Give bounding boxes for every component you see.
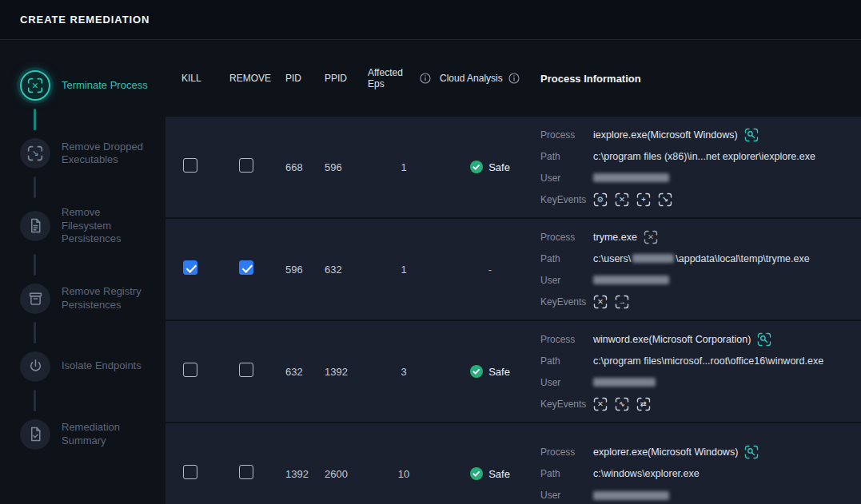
col-ppid: PPID	[325, 73, 368, 84]
remove-checkbox[interactable]	[239, 260, 253, 275]
process-label: Process	[540, 446, 593, 458]
col-affected-eps: Affected Eps	[368, 67, 440, 89]
affected-eps-value: 1	[368, 264, 440, 276]
table-row: 1392 2600 10 Safe Process explorer.exe(M…	[165, 423, 861, 504]
step-remove-registry-persistences[interactable]: Remove Registry Persistences	[20, 284, 165, 314]
keyevents-label: KeyEvents	[540, 296, 593, 308]
col-kill: KILL	[181, 73, 229, 84]
ppid-value: 632	[325, 264, 368, 276]
keyevent-process-export-icon[interactable]: ↘	[658, 192, 672, 207]
step-remove-filesystem-persistences[interactable]: Remove Filesystem Persistences	[20, 206, 165, 246]
redacted-user-value	[593, 173, 669, 182]
keyevent-process-add-icon[interactable]: +	[636, 192, 651, 207]
path-label: Path	[540, 151, 593, 162]
step-label-isolate-endpoints: Isolate Endpoints	[62, 359, 142, 373]
summary-document-icon	[28, 427, 43, 442]
keyevent-process-x-icon[interactable]: ✕	[615, 192, 629, 207]
step-remove-dropped-executables[interactable]: ↘ Remove Dropped Executables	[20, 138, 165, 169]
isolate-power-icon	[28, 359, 43, 374]
table-row: 668 596 1 Safe Process iexplore.exe(Micr…	[165, 117, 861, 217]
process-analysis-icon[interactable]	[744, 445, 759, 459]
step-terminate-process[interactable]: ✕ Terminate Process	[20, 70, 165, 101]
page-header: CREATE REMEDIATION	[0, 0, 861, 40]
stepper-connector	[34, 382, 165, 419]
process-name: iexplore.exe(Microsoft Windows)	[593, 129, 738, 141]
safe-check-icon	[470, 365, 483, 378]
ppid-value: 596	[325, 161, 368, 173]
safe-check-icon	[470, 467, 483, 480]
col-cloud-analysis: Cloud Analysis	[440, 73, 540, 84]
process-information: Process winword.exe(Microsoft Corporatio…	[540, 328, 861, 415]
cloud-analysis-info-icon[interactable]	[508, 73, 520, 84]
remove-checkbox[interactable]	[239, 465, 253, 479]
affected-eps-value: 3	[368, 366, 440, 378]
process-name: explorer.exe(Microsoft Windows)	[593, 446, 738, 458]
remove-checkbox[interactable]	[239, 363, 253, 377]
ppid-value: 1392	[325, 366, 368, 378]
process-information: Process iexplore.exe(Microsoft Windows) …	[540, 124, 861, 210]
kill-checkbox[interactable]	[183, 465, 197, 479]
keyevent-process-x-icon[interactable]: ✕	[593, 295, 608, 309]
path-label: Path	[540, 468, 593, 479]
cloud-analysis-status: Safe	[440, 161, 540, 173]
step-label-remove-filesystem-persistences: Remove Filesystem Persistences	[62, 206, 151, 246]
col-pid: PID	[285, 73, 325, 84]
user-label: User	[540, 275, 593, 286]
keyevents-label: KeyEvents	[540, 194, 593, 205]
path-label: Path	[540, 355, 593, 367]
affected-eps-value: 10	[368, 468, 440, 480]
user-label: User	[540, 377, 593, 388]
pid-value: 632	[285, 366, 325, 378]
step-remediation-summary[interactable]: Remediation Summary	[20, 419, 165, 450]
user-label: User	[540, 490, 593, 501]
process-analysis-icon[interactable]	[757, 332, 771, 347]
ppid-value: 2600	[325, 468, 368, 480]
stepper-connector	[34, 169, 165, 206]
affected-eps-info-icon[interactable]	[420, 73, 431, 84]
process-label: Process	[540, 232, 593, 243]
redacted-username	[632, 254, 674, 263]
path-value: c:\users\ \appdata\local\temp\tryme.exe	[593, 253, 810, 264]
step-isolate-endpoints[interactable]: Isolate Endpoints	[20, 351, 165, 382]
path-label: Path	[540, 253, 593, 264]
step-label-remove-registry-persistences: Remove Registry Persistences	[62, 285, 151, 312]
keyevent-process-gear-icon[interactable]: ⚙	[593, 192, 608, 207]
keyevent-process-pulse-icon[interactable]: ∿	[615, 397, 629, 411]
stepper-connector	[34, 101, 165, 138]
affected-eps-value: 1	[368, 161, 440, 173]
keyevent-swap-arrows-icon[interactable]: ⇄	[636, 397, 651, 411]
process-terminate-icon[interactable]: ✕	[644, 230, 658, 244]
path-value: c:\program files\microsof...root\office1…	[593, 355, 823, 367]
user-label: User	[540, 173, 593, 184]
process-information: Process explorer.exe(Microsoft Windows) …	[540, 442, 861, 504]
kill-checkbox[interactable]	[183, 158, 197, 173]
registry-drawer-icon	[28, 291, 43, 306]
process-name: winword.exe(Microsoft Corporation)	[593, 334, 751, 345]
redacted-user-value	[593, 276, 669, 284]
step-label-remove-dropped-executables: Remove Dropped Executables	[62, 141, 151, 167]
safe-check-icon	[470, 161, 483, 173]
keyevent-process-x-icon[interactable]: ✕	[593, 397, 608, 411]
step-label-terminate-process: Terminate Process	[62, 79, 148, 93]
pid-value: 1392	[285, 468, 325, 480]
cloud-analysis-status: Safe	[440, 365, 540, 378]
process-information: Process tryme.exe ✕ Path c:\users\	[540, 226, 861, 312]
col-remove: REMOVE	[229, 73, 285, 84]
process-analysis-icon[interactable]	[744, 128, 759, 142]
keyevent-process-transfer-icon[interactable]: →	[615, 295, 629, 309]
cloud-analysis-status: Safe	[440, 467, 540, 480]
process-name: tryme.exe	[593, 232, 637, 243]
terminate-process-icon: ✕	[27, 77, 43, 93]
cloud-analysis-status: -	[440, 264, 540, 276]
step-label-remediation-summary: Remediation Summary	[62, 421, 151, 447]
process-table: KILL REMOVE PID PPID Affected Eps Cloud …	[165, 40, 861, 504]
remove-checkbox[interactable]	[239, 158, 253, 173]
kill-checkbox[interactable]	[183, 260, 197, 275]
remove-dropped-executables-icon: ↘	[27, 145, 43, 161]
redacted-user-value	[593, 378, 656, 387]
page-title: CREATE REMEDIATION	[20, 14, 149, 26]
table-row: 596 632 1 - Process tryme.exe ✕ Path	[165, 219, 861, 319]
kill-checkbox[interactable]	[183, 363, 197, 377]
keyevents-label: KeyEvents	[540, 399, 593, 410]
col-process-information: Process Information	[540, 73, 861, 85]
